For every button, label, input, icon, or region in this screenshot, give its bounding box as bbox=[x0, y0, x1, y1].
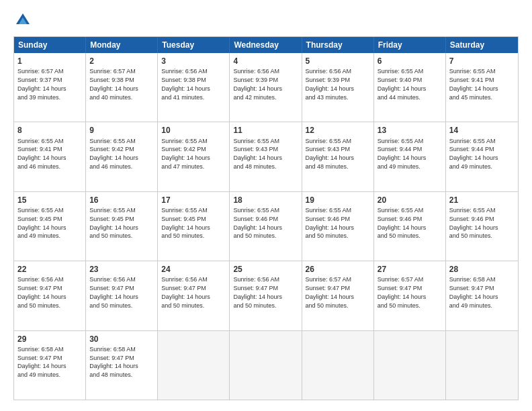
cell-info: Sunrise: 6:55 AM Sunset: 9:45 PM Dayligh… bbox=[161, 207, 210, 239]
cal-cell: 26Sunrise: 6:57 AM Sunset: 9:47 PM Dayli… bbox=[302, 261, 374, 330]
day-number: 24 bbox=[161, 264, 226, 275]
day-number: 23 bbox=[89, 264, 154, 275]
cal-cell: 23Sunrise: 6:56 AM Sunset: 9:47 PM Dayli… bbox=[86, 261, 158, 330]
day-number: 27 bbox=[378, 264, 442, 275]
day-number: 28 bbox=[449, 264, 515, 275]
cal-cell: 1Sunrise: 6:57 AM Sunset: 9:37 PM Daylig… bbox=[14, 53, 86, 122]
cal-cell: 17Sunrise: 6:55 AM Sunset: 9:45 PM Dayli… bbox=[158, 192, 230, 261]
calendar-header: SundayMondayTuesdayWednesdayThursdayFrid… bbox=[14, 37, 518, 53]
cell-info: Sunrise: 6:58 AM Sunset: 9:47 PM Dayligh… bbox=[449, 276, 498, 308]
cal-cell: 4Sunrise: 6:56 AM Sunset: 9:39 PM Daylig… bbox=[230, 53, 302, 122]
cal-cell: 21Sunrise: 6:55 AM Sunset: 9:46 PM Dayli… bbox=[446, 192, 518, 261]
day-number: 20 bbox=[378, 195, 442, 205]
cell-info: Sunrise: 6:55 AM Sunset: 9:40 PM Dayligh… bbox=[378, 68, 427, 100]
day-number: 5 bbox=[306, 56, 370, 66]
cell-info: Sunrise: 6:56 AM Sunset: 9:39 PM Dayligh… bbox=[233, 68, 282, 100]
day-number: 19 bbox=[306, 195, 370, 205]
cell-info: Sunrise: 6:58 AM Sunset: 9:47 PM Dayligh… bbox=[17, 346, 66, 378]
cell-info: Sunrise: 6:55 AM Sunset: 9:43 PM Dayligh… bbox=[233, 138, 282, 170]
cal-cell bbox=[302, 331, 374, 400]
page: SundayMondayTuesdayWednesdayThursdayFrid… bbox=[0, 0, 532, 411]
cal-cell: 12Sunrise: 6:55 AM Sunset: 9:43 PM Dayli… bbox=[302, 122, 374, 191]
cal-cell: 19Sunrise: 6:55 AM Sunset: 9:46 PM Dayli… bbox=[302, 192, 374, 261]
cell-info: Sunrise: 6:56 AM Sunset: 9:38 PM Dayligh… bbox=[161, 68, 210, 100]
cell-info: Sunrise: 6:55 AM Sunset: 9:45 PM Dayligh… bbox=[89, 207, 138, 239]
header-cell-monday: Monday bbox=[86, 37, 158, 53]
cell-info: Sunrise: 6:55 AM Sunset: 9:46 PM Dayligh… bbox=[233, 207, 282, 239]
day-number: 9 bbox=[89, 125, 154, 136]
cell-info: Sunrise: 6:55 AM Sunset: 9:42 PM Dayligh… bbox=[89, 138, 138, 170]
day-number: 4 bbox=[233, 56, 298, 66]
day-number: 10 bbox=[161, 125, 226, 136]
day-number: 15 bbox=[17, 195, 82, 205]
cal-cell: 16Sunrise: 6:55 AM Sunset: 9:45 PM Dayli… bbox=[86, 192, 158, 261]
cell-info: Sunrise: 6:56 AM Sunset: 9:47 PM Dayligh… bbox=[233, 276, 282, 308]
cal-cell bbox=[374, 331, 446, 400]
day-number: 8 bbox=[17, 125, 82, 136]
cal-cell: 28Sunrise: 6:58 AM Sunset: 9:47 PM Dayli… bbox=[446, 261, 518, 330]
cell-info: Sunrise: 6:56 AM Sunset: 9:47 PM Dayligh… bbox=[17, 276, 66, 308]
day-number: 1 bbox=[17, 56, 82, 66]
cal-cell: 10Sunrise: 6:55 AM Sunset: 9:42 PM Dayli… bbox=[158, 122, 230, 191]
cal-cell: 8Sunrise: 6:55 AM Sunset: 9:41 PM Daylig… bbox=[14, 122, 86, 191]
header-cell-wednesday: Wednesday bbox=[230, 37, 302, 53]
cal-cell: 15Sunrise: 6:55 AM Sunset: 9:45 PM Dayli… bbox=[14, 192, 86, 261]
day-number: 13 bbox=[378, 125, 442, 136]
header-cell-sunday: Sunday bbox=[14, 37, 86, 53]
header-cell-tuesday: Tuesday bbox=[158, 37, 230, 53]
cell-info: Sunrise: 6:57 AM Sunset: 9:47 PM Dayligh… bbox=[306, 276, 355, 308]
day-number: 2 bbox=[89, 56, 154, 66]
cal-cell: 9Sunrise: 6:55 AM Sunset: 9:42 PM Daylig… bbox=[86, 122, 158, 191]
cal-cell: 29Sunrise: 6:58 AM Sunset: 9:47 PM Dayli… bbox=[14, 331, 86, 400]
cal-cell: 3Sunrise: 6:56 AM Sunset: 9:38 PM Daylig… bbox=[158, 53, 230, 122]
day-number: 11 bbox=[233, 125, 298, 136]
day-number: 6 bbox=[378, 56, 442, 66]
cell-info: Sunrise: 6:55 AM Sunset: 9:41 PM Dayligh… bbox=[449, 68, 498, 100]
cal-cell: 22Sunrise: 6:56 AM Sunset: 9:47 PM Dayli… bbox=[14, 261, 86, 330]
header bbox=[13, 11, 519, 30]
day-number: 16 bbox=[89, 195, 154, 205]
cell-info: Sunrise: 6:57 AM Sunset: 9:47 PM Dayligh… bbox=[378, 276, 427, 308]
cal-cell: 2Sunrise: 6:57 AM Sunset: 9:38 PM Daylig… bbox=[86, 53, 158, 122]
day-number: 26 bbox=[306, 264, 370, 275]
cal-cell bbox=[230, 331, 302, 400]
logo-icon bbox=[13, 11, 32, 30]
cell-info: Sunrise: 6:55 AM Sunset: 9:46 PM Dayligh… bbox=[378, 207, 427, 239]
header-cell-saturday: Saturday bbox=[446, 37, 518, 53]
cal-cell: 20Sunrise: 6:55 AM Sunset: 9:46 PM Dayli… bbox=[374, 192, 446, 261]
calendar-body: 1Sunrise: 6:57 AM Sunset: 9:37 PM Daylig… bbox=[14, 53, 518, 400]
cell-info: Sunrise: 6:55 AM Sunset: 9:45 PM Dayligh… bbox=[17, 207, 66, 239]
cell-info: Sunrise: 6:55 AM Sunset: 9:44 PM Dayligh… bbox=[378, 138, 427, 170]
cal-row-4: 22Sunrise: 6:56 AM Sunset: 9:47 PM Dayli… bbox=[14, 261, 518, 330]
cell-info: Sunrise: 6:55 AM Sunset: 9:46 PM Dayligh… bbox=[449, 207, 498, 239]
cell-info: Sunrise: 6:56 AM Sunset: 9:47 PM Dayligh… bbox=[161, 276, 210, 308]
day-number: 12 bbox=[306, 125, 370, 136]
cal-row-2: 8Sunrise: 6:55 AM Sunset: 9:41 PM Daylig… bbox=[14, 122, 518, 191]
cal-row-1: 1Sunrise: 6:57 AM Sunset: 9:37 PM Daylig… bbox=[14, 53, 518, 122]
cal-cell: 27Sunrise: 6:57 AM Sunset: 9:47 PM Dayli… bbox=[374, 261, 446, 330]
cell-info: Sunrise: 6:57 AM Sunset: 9:37 PM Dayligh… bbox=[17, 68, 66, 100]
cal-cell: 24Sunrise: 6:56 AM Sunset: 9:47 PM Dayli… bbox=[158, 261, 230, 330]
cell-info: Sunrise: 6:58 AM Sunset: 9:47 PM Dayligh… bbox=[89, 346, 138, 378]
cal-cell: 18Sunrise: 6:55 AM Sunset: 9:46 PM Dayli… bbox=[230, 192, 302, 261]
cal-cell bbox=[158, 331, 230, 400]
header-cell-thursday: Thursday bbox=[302, 37, 374, 53]
cal-cell: 5Sunrise: 6:56 AM Sunset: 9:39 PM Daylig… bbox=[302, 53, 374, 122]
cal-cell: 30Sunrise: 6:58 AM Sunset: 9:47 PM Dayli… bbox=[86, 331, 158, 400]
day-number: 25 bbox=[233, 264, 298, 275]
day-number: 7 bbox=[449, 56, 515, 66]
day-number: 29 bbox=[17, 334, 82, 345]
cell-info: Sunrise: 6:56 AM Sunset: 9:39 PM Dayligh… bbox=[306, 68, 355, 100]
cal-cell: 25Sunrise: 6:56 AM Sunset: 9:47 PM Dayli… bbox=[230, 261, 302, 330]
header-cell-friday: Friday bbox=[374, 37, 446, 53]
calendar: SundayMondayTuesdayWednesdayThursdayFrid… bbox=[13, 36, 519, 400]
day-number: 18 bbox=[233, 195, 298, 205]
day-number: 3 bbox=[161, 56, 226, 66]
cell-info: Sunrise: 6:55 AM Sunset: 9:41 PM Dayligh… bbox=[17, 138, 66, 170]
cal-cell: 6Sunrise: 6:55 AM Sunset: 9:40 PM Daylig… bbox=[374, 53, 446, 122]
cal-cell: 7Sunrise: 6:55 AM Sunset: 9:41 PM Daylig… bbox=[446, 53, 518, 122]
cal-cell: 14Sunrise: 6:55 AM Sunset: 9:44 PM Dayli… bbox=[446, 122, 518, 191]
cell-info: Sunrise: 6:55 AM Sunset: 9:44 PM Dayligh… bbox=[449, 138, 498, 170]
day-number: 17 bbox=[161, 195, 226, 205]
logo bbox=[13, 11, 35, 30]
